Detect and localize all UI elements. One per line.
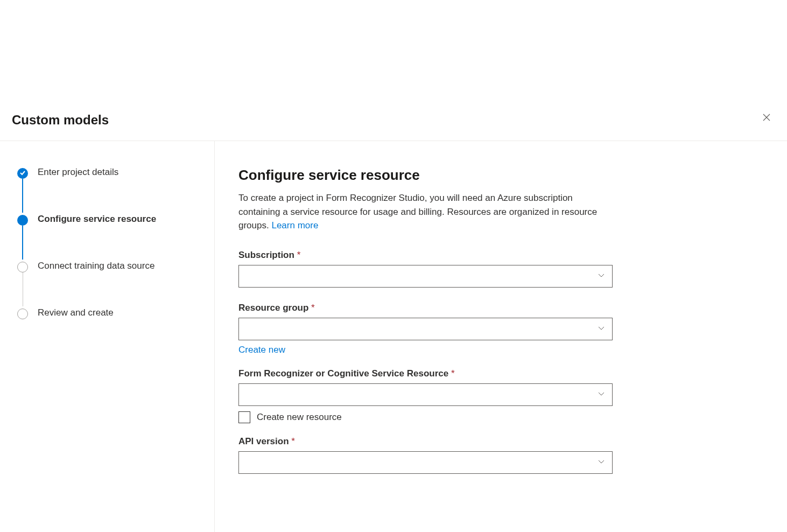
label-text: Subscription bbox=[238, 250, 294, 260]
wizard-steps-list: Enter project details Configure service … bbox=[17, 167, 197, 319]
resource-group-label: Resource group * bbox=[238, 303, 763, 313]
create-new-resource-group-link[interactable]: Create new bbox=[238, 345, 285, 355]
close-icon bbox=[762, 113, 771, 123]
wizard-step-review-and-create[interactable]: Review and create bbox=[17, 307, 197, 319]
label-text: Form Recognizer or Cognitive Service Res… bbox=[238, 368, 448, 379]
subscription-select[interactable] bbox=[238, 265, 613, 288]
subscription-label: Subscription * bbox=[238, 250, 763, 261]
wizard-step-connect-training-data[interactable]: Connect training data source bbox=[17, 261, 197, 272]
required-indicator: * bbox=[311, 303, 315, 313]
resource-group-select-wrapper bbox=[238, 318, 613, 340]
step-marker-active bbox=[17, 215, 28, 226]
api-version-select[interactable] bbox=[238, 451, 613, 474]
step-marker-upcoming bbox=[17, 309, 28, 319]
service-resource-label: Form Recognizer or Cognitive Service Res… bbox=[238, 368, 763, 379]
api-version-select-wrapper bbox=[238, 451, 613, 474]
create-new-resource-checkbox[interactable] bbox=[238, 411, 250, 423]
step-marker-upcoming bbox=[17, 262, 28, 272]
subscription-field-group: Subscription * bbox=[238, 250, 763, 288]
resource-group-select[interactable] bbox=[238, 318, 613, 340]
create-new-resource-checkbox-row: Create new resource bbox=[238, 411, 763, 423]
step-connector bbox=[22, 179, 23, 213]
dialog-content: Enter project details Configure service … bbox=[0, 141, 787, 532]
section-title: Configure service resource bbox=[238, 167, 763, 184]
service-resource-select[interactable] bbox=[238, 383, 613, 406]
label-text: API version bbox=[238, 436, 289, 446]
step-label: Review and create bbox=[38, 307, 114, 318]
wizard-steps-sidebar: Enter project details Configure service … bbox=[0, 141, 215, 532]
create-new-resource-checkbox-label[interactable]: Create new resource bbox=[257, 412, 342, 423]
wizard-step-enter-project-details[interactable]: Enter project details bbox=[17, 167, 197, 179]
wizard-step-configure-service-resource[interactable]: Configure service resource bbox=[17, 214, 197, 226]
close-button[interactable] bbox=[758, 109, 775, 128]
step-connector bbox=[23, 272, 23, 306]
step-label: Enter project details bbox=[38, 167, 118, 178]
dialog-title: Custom models bbox=[12, 113, 109, 128]
step-marker-completed bbox=[17, 168, 28, 179]
dialog-header: Custom models bbox=[0, 0, 787, 141]
main-panel: Configure service resource To create a p… bbox=[215, 141, 787, 532]
service-resource-field-group: Form Recognizer or Cognitive Service Res… bbox=[238, 368, 763, 423]
section-description: To create a project in Form Recognizer S… bbox=[238, 191, 615, 233]
resource-group-field-group: Resource group * Create new bbox=[238, 303, 763, 367]
required-indicator: * bbox=[297, 250, 301, 260]
label-text: Resource group bbox=[238, 303, 308, 313]
api-version-label: API version * bbox=[238, 436, 763, 447]
check-icon bbox=[19, 169, 26, 178]
required-indicator: * bbox=[451, 368, 455, 379]
step-label: Configure service resource bbox=[38, 214, 156, 225]
learn-more-link[interactable]: Learn more bbox=[271, 220, 318, 230]
step-connector bbox=[22, 226, 23, 260]
subscription-select-wrapper bbox=[238, 265, 613, 288]
required-indicator: * bbox=[291, 436, 295, 446]
service-resource-select-wrapper bbox=[238, 383, 613, 406]
api-version-field-group: API version * bbox=[238, 436, 763, 474]
step-label: Connect training data source bbox=[38, 261, 154, 271]
